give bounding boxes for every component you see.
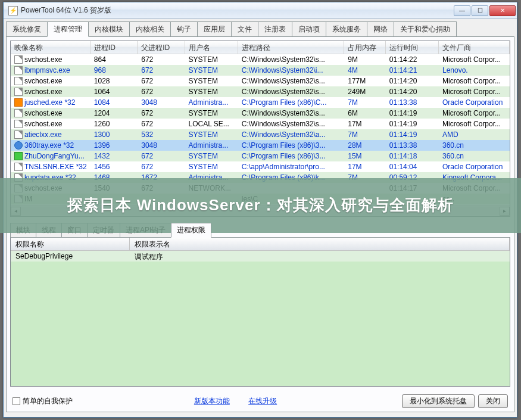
maximize-button[interactable]: ☐ [472,5,488,16]
cell-path: C:\Program Files (x86)\3... [238,141,344,150]
new-features-link[interactable]: 新版本功能 [194,397,230,405]
cell-ppid: 3048 [138,98,185,107]
sub-tab-5[interactable]: 进程权限 [171,223,211,238]
cell-user: SYSTEM [185,162,238,172]
minimize-button[interactable]: — [454,5,470,16]
main-tab-0[interactable]: 系统修复 [6,21,48,36]
cell-time: 01:13:38 [386,98,439,107]
priv-row[interactable]: SeDebugPrivilege调试程序 [11,251,510,262]
file-icon [14,152,23,160]
table-row[interactable]: ibmpmsvc.exe968672SYSTEMC:\Windows\Syste… [11,65,510,76]
col-user[interactable]: 用户名 [185,41,238,54]
table-row[interactable]: atieclxx.exe1300532SYSTEMC:\Windows\Syst… [11,129,510,140]
cell-path: C:\app\Administrator\pro... [238,162,344,172]
table-row[interactable]: svchost.exe864672SYSTEMC:\Windows\System… [11,54,510,65]
minimize-to-tray-button[interactable]: 最小化到系统托盘 [402,394,475,408]
cell-time: 01:13:38 [386,141,439,150]
cell-vendor: Microsoft Corpor... [439,108,510,118]
col-ppid[interactable]: 父进程ID [138,41,185,54]
cell-name: svchost.exe [11,55,91,64]
table-row[interactable]: svchost.exe1064672SYSTEMC:\Windows\Syste… [11,86,510,97]
titlebar[interactable]: ⚡ PowerTool 64位 V1.6 贺岁版 — ☐ ✕ [4,2,517,19]
cell-mem: 7M [344,130,385,139]
self-protect-checkbox[interactable]: 简单的自我保护 [13,396,73,406]
main-tab-7[interactable]: 注册表 [258,21,292,36]
cell-ppid: 672 [138,66,185,75]
cell-vendor: Microsoft Corpor... [439,87,510,97]
online-upgrade-link[interactable]: 在线升级 [248,397,277,405]
cell-pid: 1064 [91,87,138,97]
cell-pid: 1432 [91,151,138,161]
cell-vendor: Microsoft Corpor... [439,55,510,64]
cell-ppid: 3048 [138,141,185,150]
col-mem[interactable]: 占用内存 [344,41,385,54]
cell-ppid: 532 [138,130,185,139]
table-row[interactable]: 360tray.exe *3213963048Administra...C:\P… [11,140,510,151]
file-icon [14,120,23,128]
cell-path: C:\Windows\System32\s... [238,76,344,86]
cell-mem: 7M [344,98,385,107]
window-title: PowerTool 64位 V1.6 贺岁版 [21,5,454,15]
table-row[interactable]: ZhuDongFangYu...1432672SYSTEMC:\Program … [11,151,510,161]
overlay-banner: 探索日本 WindowsServer：对其深入研究与全面解析 [0,178,521,233]
main-tab-5[interactable]: 应用层 [197,21,232,36]
cell-vendor: 360.cn [439,141,510,150]
cell-time: 01:14:20 [386,76,439,86]
cell-pid: 1204 [91,108,138,118]
cell-time: 01:14:20 [386,87,439,97]
main-tab-10[interactable]: 网络 [367,21,394,36]
cell-pid: 968 [91,66,138,75]
priv-col-name[interactable]: 权限名称 [11,238,130,250]
main-tab-8[interactable]: 启动项 [292,21,326,36]
cell-mem: 28M [344,141,385,150]
main-tab-9[interactable]: 系统服务 [326,21,367,36]
table-row[interactable]: jusched.exe *3210843048Administra...C:\P… [11,97,510,108]
cell-mem: 17M [344,162,385,172]
col-pid[interactable]: 进程ID [91,41,138,54]
cell-path: C:\Program Files (x86)\3... [238,151,344,161]
priv-body[interactable]: SeDebugPrivilege调试程序 [11,251,510,262]
main-tab-6[interactable]: 文件 [231,21,258,36]
cell-time: 01:14:04 [386,162,439,172]
cell-pid: 1396 [91,141,138,150]
cell-name: ibmpmsvc.exe [11,66,91,75]
cell-mem: 15M [344,151,385,161]
main-tab-3[interactable]: 内核相关 [129,21,171,36]
file-icon [14,141,23,150]
col-name[interactable]: 映像名称 [11,41,91,54]
cell-user: SYSTEM [185,87,238,97]
cell-name: 360tray.exe *32 [11,141,91,150]
cell-ppid: 672 [138,87,185,97]
cell-ppid: 672 [138,108,185,118]
main-tab-1[interactable]: 进程管理 [47,21,89,37]
col-path[interactable]: 进程路径 [238,41,344,54]
cell-ppid: 672 [138,151,185,161]
table-row[interactable]: svchost.exe1204672SYSTEMC:\Windows\Syste… [11,108,510,119]
cell-user: SYSTEM [185,55,238,64]
priv-name: SeDebugPrivilege [11,251,130,262]
close-button[interactable]: ✕ [489,5,516,16]
file-icon [14,130,23,139]
table-row[interactable]: TNSLSNR.EXE *321456672SYSTEMC:\app\Admin… [11,161,510,172]
close-app-button[interactable]: 关闭 [478,394,508,408]
cell-ppid: 672 [138,76,185,86]
col-time[interactable]: 运行时间 [386,41,439,54]
cell-pid: 1456 [91,162,138,172]
main-tab-2[interactable]: 内核模块 [88,21,130,36]
priv-col-disp[interactable]: 权限表示名 [130,238,510,250]
cell-pid: 864 [91,55,138,64]
cell-vendor: AMD [439,130,510,139]
table-row[interactable]: svchost.exe1260672LOCAL SE...C:\Windows\… [11,119,510,129]
cell-time: 01:14:19 [386,108,439,118]
main-tab-11[interactable]: 关于和爱心捐助 [394,21,457,36]
cell-user: SYSTEM [185,151,238,161]
file-icon [14,55,23,64]
main-tab-4[interactable]: 钩子 [170,21,198,36]
cell-path: C:\Windows\System32\i... [238,66,344,75]
table-row[interactable]: svchost.exe1028672SYSTEMC:\Windows\Syste… [11,76,510,86]
col-vendor[interactable]: 文件厂商 [439,41,510,54]
cell-time: 01:14:18 [386,151,439,161]
cell-path: C:\Windows\System32\s... [238,87,344,97]
cell-user: SYSTEM [185,76,238,86]
file-icon [14,66,23,74]
